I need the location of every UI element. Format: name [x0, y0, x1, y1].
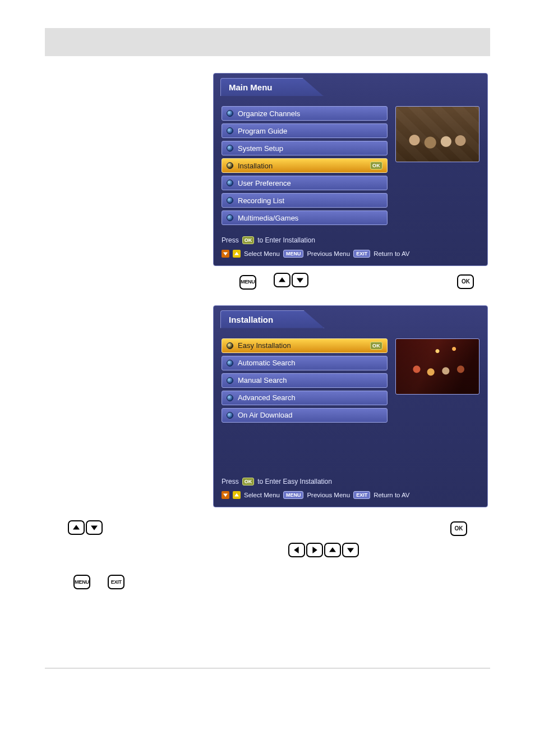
tv-preview-thumbnail [395, 338, 479, 395]
instruction-line-1: MENU OK [213, 271, 490, 290]
main-menu-legend: Select Menu MENU Previous Menu EXIT Retu… [222, 250, 479, 258]
menu-item-label: Automatic Search [238, 359, 296, 367]
hint-suffix: to Enter Installation [257, 236, 315, 244]
installation-title: Installation [220, 310, 324, 328]
arrow-left-key-icon [288, 543, 305, 557]
menu-item-label: Manual Search [238, 376, 287, 384]
bullet-icon [227, 342, 233, 349]
hint-prefix: Press [222, 478, 239, 485]
main-menu-title: Main Menu [220, 78, 324, 96]
arrow-down-key-icon [292, 273, 308, 287]
svg-marker-1 [234, 252, 239, 255]
main-menu-list: Organize Channels Program Guide System S… [222, 106, 388, 225]
svg-marker-0 [223, 253, 228, 256]
exit-pill-icon: EXIT [353, 491, 370, 499]
arrow-up-icon [233, 250, 241, 258]
menu-item-system-setup[interactable]: System Setup [222, 141, 388, 155]
menu-item-recording-list[interactable]: Recording List [222, 193, 388, 208]
arrow-up-icon [233, 491, 241, 499]
menu-item-installation[interactable]: Installation OK [222, 158, 388, 173]
installation-legend: Select Menu MENU Previous Menu EXIT Retu… [222, 491, 479, 499]
bullet-icon [227, 162, 233, 169]
svg-marker-5 [234, 493, 239, 496]
exit-pill-icon: EXIT [353, 250, 370, 258]
menu-item-label: System Setup [238, 144, 283, 153]
installation-osd: Installation Easy Installation OK Automa… [213, 305, 488, 507]
svg-marker-8 [294, 547, 298, 553]
legend-select: Select Menu [244, 492, 280, 498]
ok-badge: OK [370, 342, 382, 350]
bullet-icon [227, 197, 233, 204]
ok-key-icon: OK [457, 274, 474, 289]
menu-item-label: Program Guide [238, 127, 287, 135]
ok-pill-icon: OK [242, 236, 255, 244]
svg-marker-9 [312, 547, 317, 553]
menu-item-on-air-download[interactable]: On Air Download [222, 408, 388, 423]
menu-item-label: Installation [238, 162, 273, 170]
bullet-icon [227, 214, 233, 221]
main-menu-osd: Main Menu Organize Channels Program Guid… [213, 73, 488, 266]
arrow-up-key-icon [274, 273, 290, 287]
menu-item-automatic-search[interactable]: Automatic Search [222, 356, 388, 370]
menu-pill-icon: MENU [283, 250, 304, 258]
menu-key-icon: MENU [239, 275, 256, 290]
ok-badge: OK [370, 162, 382, 169]
legend-return: Return to AV [373, 250, 409, 257]
bullet-icon [227, 180, 233, 186]
menu-item-label: Organize Channels [238, 109, 300, 118]
page-footer-divider [45, 668, 490, 668]
legend-prev: Previous Menu [307, 250, 350, 257]
tv-preview-thumbnail [395, 106, 479, 162]
bullet-icon [227, 412, 233, 419]
menu-item-label: Advanced Search [238, 393, 296, 402]
arrow-up-key-icon [68, 520, 85, 535]
hint-suffix: to Enter Easy Installation [257, 478, 332, 485]
installation-list: Easy Installation OK Automatic Search Ma… [222, 338, 388, 423]
menu-item-easy-installation[interactable]: Easy Installation OK [222, 338, 388, 353]
menu-item-label: On Air Download [238, 411, 293, 419]
ok-key-icon: OK [450, 521, 467, 536]
menu-item-label: Multimedia/Games [238, 214, 298, 222]
arrow-up-key-icon [324, 543, 341, 557]
legend-prev: Previous Menu [307, 492, 350, 498]
menu-item-user-preference[interactable]: User Preference [222, 176, 388, 190]
bullet-icon [227, 395, 233, 401]
menu-item-manual-search[interactable]: Manual Search [222, 373, 388, 388]
menu-item-program-guide[interactable]: Program Guide [222, 123, 388, 138]
menu-item-label: Easy Installation [238, 341, 291, 350]
arrow-down-key-icon [86, 520, 103, 535]
instruction-block-2: OK MENU EXIT [45, 517, 490, 590]
arrow-down-icon [222, 491, 229, 499]
bullet-icon [227, 360, 233, 366]
svg-marker-3 [297, 278, 303, 282]
legend-return: Return to AV [373, 492, 409, 498]
legend-select: Select Menu [244, 250, 280, 257]
svg-marker-4 [223, 493, 228, 497]
arrow-down-icon [222, 250, 229, 258]
menu-item-advanced-search[interactable]: Advanced Search [222, 391, 388, 405]
menu-item-organize-channels[interactable]: Organize Channels [222, 106, 388, 121]
hint-prefix: Press [222, 236, 239, 244]
page-header-bar [45, 28, 490, 56]
menu-item-label: User Preference [238, 179, 291, 187]
svg-marker-2 [279, 277, 285, 282]
bullet-icon [227, 145, 233, 152]
menu-pill-icon: MENU [283, 491, 304, 499]
svg-marker-10 [329, 547, 336, 552]
bullet-icon [227, 377, 233, 384]
installation-hint: Press OK to Enter Easy Installation [222, 478, 479, 485]
ok-pill-icon: OK [242, 478, 255, 485]
exit-key-icon: EXIT [108, 575, 124, 589]
menu-key-icon: MENU [73, 575, 90, 589]
main-menu-hint: Press OK to Enter Installation [222, 236, 479, 244]
arrow-right-key-icon [306, 543, 323, 557]
menu-item-label: Recording List [238, 196, 284, 205]
bullet-icon [227, 110, 233, 117]
svg-marker-11 [347, 548, 354, 552]
svg-marker-6 [73, 525, 80, 529]
svg-marker-7 [91, 526, 98, 530]
bullet-icon [227, 127, 233, 134]
menu-item-multimedia-games[interactable]: Multimedia/Games [222, 210, 388, 225]
arrow-down-key-icon [342, 543, 359, 557]
